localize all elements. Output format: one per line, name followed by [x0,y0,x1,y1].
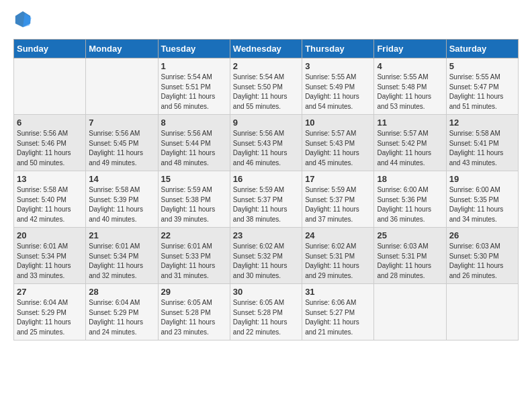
calendar-cell: 14Sunrise: 5:58 AM Sunset: 5:39 PM Dayli… [86,171,158,228]
calendar-cell: 13Sunrise: 5:58 AM Sunset: 5:40 PM Dayli… [14,171,86,228]
calendar-cell: 8Sunrise: 5:56 AM Sunset: 5:44 PM Daylig… [158,115,230,171]
day-number: 10 [305,118,371,128]
day-header-monday: Monday [86,40,158,58]
day-header-tuesday: Tuesday [158,40,230,58]
day-number: 22 [161,230,227,240]
day-info: Sunrise: 5:58 AM Sunset: 5:39 PM Dayligh… [89,185,154,224]
week-row-3: 13Sunrise: 5:58 AM Sunset: 5:40 PM Dayli… [14,171,519,228]
calendar-cell: 5Sunrise: 5:55 AM Sunset: 5:47 PM Daylig… [446,58,518,115]
calendar-cell [14,58,86,115]
week-row-4: 20Sunrise: 6:01 AM Sunset: 5:34 PM Dayli… [14,228,519,284]
day-info: Sunrise: 6:04 AM Sunset: 5:29 PM Dayligh… [89,298,154,337]
day-info: Sunrise: 5:58 AM Sunset: 5:40 PM Dayligh… [17,185,83,224]
calendar-cell: 20Sunrise: 6:01 AM Sunset: 5:34 PM Dayli… [14,228,86,284]
day-number: 7 [89,118,154,128]
day-number: 18 [377,174,443,184]
day-info: Sunrise: 5:56 AM Sunset: 5:44 PM Dayligh… [161,129,227,168]
calendar-cell: 9Sunrise: 5:56 AM Sunset: 5:43 PM Daylig… [230,115,302,171]
day-info: Sunrise: 6:02 AM Sunset: 5:32 PM Dayligh… [233,242,299,281]
day-number: 30 [233,287,299,297]
day-number: 4 [377,61,443,71]
calendar-cell: 7Sunrise: 5:56 AM Sunset: 5:45 PM Daylig… [86,115,158,171]
calendar-cell: 19Sunrise: 6:00 AM Sunset: 5:35 PM Dayli… [446,171,518,228]
day-number: 31 [305,287,371,297]
day-number: 9 [233,118,299,128]
day-number: 26 [449,230,515,240]
calendar-cell: 3Sunrise: 5:55 AM Sunset: 5:49 PM Daylig… [302,58,374,115]
day-info: Sunrise: 5:59 AM Sunset: 5:38 PM Dayligh… [161,185,227,224]
day-number: 14 [89,174,154,184]
day-info: Sunrise: 6:01 AM Sunset: 5:34 PM Dayligh… [89,242,154,281]
day-info: Sunrise: 6:02 AM Sunset: 5:31 PM Dayligh… [305,242,371,281]
day-info: Sunrise: 6:05 AM Sunset: 5:28 PM Dayligh… [233,298,299,337]
calendar-cell [374,284,446,340]
calendar-cell: 1Sunrise: 5:54 AM Sunset: 5:51 PM Daylig… [158,58,230,115]
day-number: 2 [233,61,299,71]
day-number: 23 [233,230,299,240]
day-info: Sunrise: 6:00 AM Sunset: 5:35 PM Dayligh… [449,185,515,224]
day-number: 20 [17,230,83,240]
day-header-friday: Friday [374,40,446,58]
day-header-thursday: Thursday [302,40,374,58]
day-header-wednesday: Wednesday [230,40,302,58]
calendar-cell: 25Sunrise: 6:03 AM Sunset: 5:31 PM Dayli… [374,228,446,284]
calendar-cell [86,58,158,115]
calendar-cell: 24Sunrise: 6:02 AM Sunset: 5:31 PM Dayli… [302,228,374,284]
day-number: 12 [449,118,515,128]
day-info: Sunrise: 6:03 AM Sunset: 5:30 PM Dayligh… [449,242,515,281]
logo-icon [13,9,32,28]
day-info: Sunrise: 6:03 AM Sunset: 5:31 PM Dayligh… [377,242,443,281]
calendar-cell: 29Sunrise: 6:05 AM Sunset: 5:28 PM Dayli… [158,284,230,340]
day-info: Sunrise: 6:06 AM Sunset: 5:27 PM Dayligh… [305,298,371,337]
calendar-cell: 26Sunrise: 6:03 AM Sunset: 5:30 PM Dayli… [446,228,518,284]
day-number: 21 [89,230,154,240]
day-number: 6 [17,118,83,128]
week-row-5: 27Sunrise: 6:04 AM Sunset: 5:29 PM Dayli… [14,284,519,340]
day-number: 5 [449,61,515,71]
day-number: 16 [233,174,299,184]
calendar-cell: 15Sunrise: 5:59 AM Sunset: 5:38 PM Dayli… [158,171,230,228]
day-info: Sunrise: 5:59 AM Sunset: 5:37 PM Dayligh… [233,185,299,224]
calendar-cell: 4Sunrise: 5:55 AM Sunset: 5:48 PM Daylig… [374,58,446,115]
day-info: Sunrise: 5:56 AM Sunset: 5:43 PM Dayligh… [233,129,299,168]
calendar-cell: 2Sunrise: 5:54 AM Sunset: 5:50 PM Daylig… [230,58,302,115]
logo [13,11,35,31]
day-info: Sunrise: 5:55 AM Sunset: 5:47 PM Dayligh… [449,73,515,111]
day-header-sunday: Sunday [14,40,86,58]
day-number: 17 [305,174,371,184]
day-info: Sunrise: 6:04 AM Sunset: 5:29 PM Dayligh… [17,298,83,337]
day-header-saturday: Saturday [446,40,518,58]
day-number: 13 [17,174,83,184]
calendar-header [13,11,519,31]
day-number: 19 [449,174,515,184]
calendar-cell: 23Sunrise: 6:02 AM Sunset: 5:32 PM Dayli… [230,228,302,284]
calendar-cell: 6Sunrise: 5:56 AM Sunset: 5:46 PM Daylig… [14,115,86,171]
day-number: 25 [377,230,443,240]
day-info: Sunrise: 5:54 AM Sunset: 5:50 PM Dayligh… [233,73,299,111]
calendar-cell: 18Sunrise: 6:00 AM Sunset: 5:36 PM Dayli… [374,171,446,228]
day-info: Sunrise: 6:00 AM Sunset: 5:36 PM Dayligh… [377,185,443,224]
day-number: 24 [305,230,371,240]
week-row-1: 1Sunrise: 5:54 AM Sunset: 5:51 PM Daylig… [14,58,519,115]
day-number: 27 [17,287,83,297]
day-info: Sunrise: 5:55 AM Sunset: 5:48 PM Dayligh… [377,73,443,111]
calendar-cell [446,284,518,340]
calendar-cell: 11Sunrise: 5:57 AM Sunset: 5:42 PM Dayli… [374,115,446,171]
day-info: Sunrise: 6:01 AM Sunset: 5:34 PM Dayligh… [17,242,83,281]
calendar-cell: 31Sunrise: 6:06 AM Sunset: 5:27 PM Dayli… [302,284,374,340]
day-number: 3 [305,61,371,71]
day-info: Sunrise: 5:56 AM Sunset: 5:45 PM Dayligh… [89,129,154,168]
day-number: 8 [161,118,227,128]
calendar-container: SundayMondayTuesdayWednesdayThursdayFrid… [0,0,532,347]
calendar-cell: 16Sunrise: 5:59 AM Sunset: 5:37 PM Dayli… [230,171,302,228]
day-info: Sunrise: 5:57 AM Sunset: 5:42 PM Dayligh… [377,129,443,168]
day-info: Sunrise: 5:57 AM Sunset: 5:43 PM Dayligh… [305,129,371,168]
day-number: 28 [89,287,154,297]
day-number: 29 [161,287,227,297]
calendar-cell: 10Sunrise: 5:57 AM Sunset: 5:43 PM Dayli… [302,115,374,171]
day-info: Sunrise: 5:58 AM Sunset: 5:41 PM Dayligh… [449,129,515,168]
calendar-cell: 17Sunrise: 5:59 AM Sunset: 5:37 PM Dayli… [302,171,374,228]
calendar-cell: 21Sunrise: 6:01 AM Sunset: 5:34 PM Dayli… [86,228,158,284]
calendar-header-row: SundayMondayTuesdayWednesdayThursdayFrid… [14,40,519,58]
calendar-cell: 30Sunrise: 6:05 AM Sunset: 5:28 PM Dayli… [230,284,302,340]
